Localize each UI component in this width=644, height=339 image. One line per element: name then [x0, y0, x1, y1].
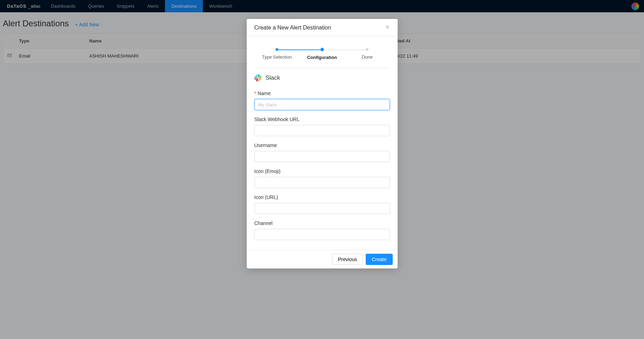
- step-line-2: [322, 49, 367, 50]
- username-input[interactable]: [254, 151, 390, 162]
- channel-input[interactable]: [254, 229, 390, 240]
- divider: [254, 68, 390, 68]
- form-group-channel: Channel: [254, 220, 390, 240]
- create-button[interactable]: Create: [366, 254, 392, 265]
- step-label: Configuration: [299, 55, 345, 60]
- step-dot: [320, 48, 324, 51]
- close-icon[interactable]: [385, 25, 390, 31]
- step-label: Done: [345, 54, 390, 60]
- form-group-webhook: Slack Webhook URL: [254, 117, 390, 136]
- icon-url-input[interactable]: [254, 203, 390, 214]
- form-group-name: *Name: [254, 91, 390, 110]
- modal-footer: Previous Create: [247, 250, 398, 268]
- label-icon-emoji: Icon (Emoji): [254, 168, 390, 174]
- label-icon-url: Icon (URL): [254, 194, 390, 200]
- required-star: *: [254, 91, 256, 96]
- slack-icon: [254, 74, 261, 81]
- step-label: Type Selection: [254, 54, 300, 60]
- step-line-1: [277, 49, 322, 50]
- destination-type: Slack: [254, 74, 390, 81]
- label-text: Name: [258, 91, 271, 96]
- step-dot: [366, 48, 369, 51]
- label-webhook: Slack Webhook URL: [254, 117, 390, 122]
- form-group-icon-url: Icon (URL): [254, 194, 390, 214]
- form-group-icon-emoji: Icon (Emoji): [254, 168, 390, 188]
- label-username: Username: [254, 142, 390, 148]
- icon-emoji-input[interactable]: [254, 177, 390, 188]
- previous-button[interactable]: Previous: [332, 254, 363, 265]
- label-name: *Name: [254, 91, 390, 96]
- step-dot: [275, 48, 278, 51]
- modal-overlay[interactable]: Create a New Alert Destination Type Sele…: [0, 0, 644, 339]
- webhook-input[interactable]: [254, 125, 390, 136]
- modal-header: Create a New Alert Destination: [247, 19, 398, 36]
- label-channel: Channel: [254, 220, 390, 226]
- modal: Create a New Alert Destination Type Sele…: [247, 19, 398, 268]
- steps: Type Selection Configuration Done: [254, 48, 390, 60]
- name-input[interactable]: [254, 99, 390, 110]
- modal-title: Create a New Alert Destination: [254, 25, 331, 31]
- modal-body: Type Selection Configuration Done: [247, 36, 398, 250]
- form-group-username: Username: [254, 142, 390, 162]
- destination-type-name: Slack: [266, 74, 280, 81]
